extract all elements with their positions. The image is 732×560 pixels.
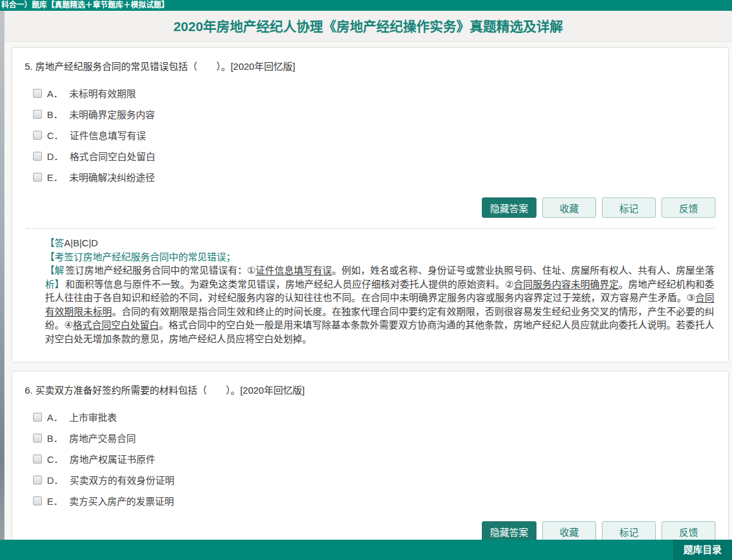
analysis-paragraph: 【解析】签订房地产经纪服务合同中的常见错误有：①证件信息填写有误。例如，姓名或名… <box>45 263 714 345</box>
exam-point-text: 签订房地产经纪服务合同中的常见错误； <box>64 251 236 262</box>
question-card-5: 5. 房地产经纪服务合同的常见错误包括（ ）。[2020年回忆版] A． 未标明… <box>11 47 729 363</box>
question-actions: 隐藏答案 收藏 标记 反馈 <box>25 521 715 542</box>
question-card-6: 6. 买卖双方准备好签约所需要的材料包括（ ）。[2020年回忆版] A． 上市… <box>11 371 729 559</box>
exam-point-line: 【考签订房地产经纪服务合同中的常见错误； <box>45 250 714 264</box>
page-title: 2020年房地产经纪人协理《房地产经纪操作实务》真题精选及详解 <box>4 11 732 42</box>
option-text: 上市审批表 <box>69 410 117 423</box>
option-text: 未标明有效期限 <box>69 86 136 100</box>
option-checkbox[interactable] <box>33 413 42 422</box>
mark-button[interactable]: 标记 <box>602 197 656 218</box>
background-image-strip <box>0 11 4 540</box>
option-letter: D． <box>47 149 63 163</box>
question-actions: 隐藏答案 收藏 标记 反馈 <box>25 197 715 218</box>
option-row-d: D． 买卖双方的有效身份证明 <box>25 469 715 490</box>
favorite-button[interactable]: 收藏 <box>542 197 596 218</box>
question-stem: 5. 房地产经纪服务合同的常见错误包括（ ）。[2020年回忆版] <box>25 60 715 72</box>
option-row-c: C． 证件信息填写有误 <box>25 124 715 145</box>
option-checkbox[interactable] <box>33 131 42 140</box>
option-letter: E． <box>47 170 63 183</box>
exam-point-label: 【考 <box>45 251 64 262</box>
bottom-bar: 题库目录 <box>0 540 732 560</box>
hide-answer-button[interactable]: 隐藏答案 <box>482 521 536 542</box>
options-list: A． 未标明有效期限 B． 未明确界定服务内容 C． 证件信息填写有误 D． 格… <box>25 83 715 187</box>
question-bank-catalog-link[interactable]: 题库目录 <box>673 540 732 560</box>
answer-value: A|B|C|D <box>64 237 98 248</box>
answer-section: 【答A|B|C|D 【考签订房地产经纪服务合同中的常见错误； 【解析】签订房地产… <box>45 236 714 345</box>
option-checkbox[interactable] <box>33 89 42 98</box>
hide-answer-button[interactable]: 隐藏答案 <box>482 197 536 218</box>
favorite-button[interactable]: 收藏 <box>542 521 596 542</box>
option-checkbox[interactable] <box>33 497 42 505</box>
option-letter: D． <box>47 473 63 486</box>
option-checkbox[interactable] <box>33 434 42 443</box>
option-text: 卖方买入房产的发票证明 <box>69 494 174 507</box>
analysis-text: 签订房地产经纪服务合同中的常见错误有：①证件信息填写有误。例如，姓名或名称、身份… <box>45 265 714 344</box>
page-header: 2020年房地产经纪人协理《房地产经纪操作实务》真题精选及详解 <box>4 11 732 42</box>
analysis-label: 【解析】 <box>45 263 65 291</box>
option-text: 证件信息填写有误 <box>70 128 146 142</box>
top-bar: 科合一）题库【真题精选＋章节题库＋模拟试题】 <box>0 0 732 11</box>
feedback-button[interactable]: 反馈 <box>662 197 715 218</box>
option-row-d: D． 格式合同空白处留白 <box>25 145 715 166</box>
option-row-e: E． 卖方买入房产的发票证明 <box>25 490 715 511</box>
answer-divider <box>26 228 714 229</box>
question-stem: 6. 买卖双方准备好签约所需要的材料包括（ ）。[2020年回忆版] <box>25 384 715 396</box>
options-list: A． 上市审批表 B． 房地产交易合同 C． 房地产权属证书原件 D． 买卖双方… <box>25 406 715 511</box>
option-row-e: E． 未明确解决纠纷途径 <box>25 166 715 187</box>
option-checkbox[interactable] <box>33 173 42 182</box>
option-letter: B． <box>47 107 63 121</box>
option-row-a: A． 未标明有效期限 <box>25 83 715 103</box>
option-letter: C． <box>47 128 63 142</box>
answer-label: 【答 <box>45 237 64 248</box>
answer-line: 【答A|B|C|D <box>45 236 714 250</box>
option-text: 房地产交易合同 <box>69 431 136 444</box>
option-letter: A． <box>47 86 63 100</box>
option-checkbox[interactable] <box>33 152 42 161</box>
option-row-a: A． 上市审批表 <box>25 406 715 427</box>
option-letter: A． <box>47 410 63 423</box>
option-row-c: C． 房地产权属证书原件 <box>25 448 715 469</box>
option-text: 未明确解决纠纷途径 <box>69 170 155 183</box>
option-row-b: B． 房地产交易合同 <box>25 427 715 448</box>
feedback-button[interactable]: 反馈 <box>662 521 715 542</box>
top-bar-title: 科合一）题库【真题精选＋章节题库＋模拟试题】 <box>1 1 169 10</box>
mark-button[interactable]: 标记 <box>602 521 656 542</box>
option-letter: C． <box>47 452 63 465</box>
option-checkbox[interactable] <box>33 476 42 484</box>
option-text: 买卖双方的有效身份证明 <box>70 473 175 486</box>
option-text: 未明确界定服务内容 <box>69 107 155 121</box>
option-row-b: B． 未明确界定服务内容 <box>25 103 715 124</box>
option-text: 格式合同空白处留白 <box>70 149 156 163</box>
option-letter: B． <box>47 431 63 444</box>
page-content: 2020年房地产经纪人协理《房地产经纪操作实务》真题精选及详解 5. 房地产经纪… <box>4 11 732 560</box>
option-checkbox[interactable] <box>33 455 42 463</box>
option-text: 房地产权属证书原件 <box>70 452 156 465</box>
option-letter: E． <box>47 494 63 507</box>
option-checkbox[interactable] <box>33 110 42 119</box>
